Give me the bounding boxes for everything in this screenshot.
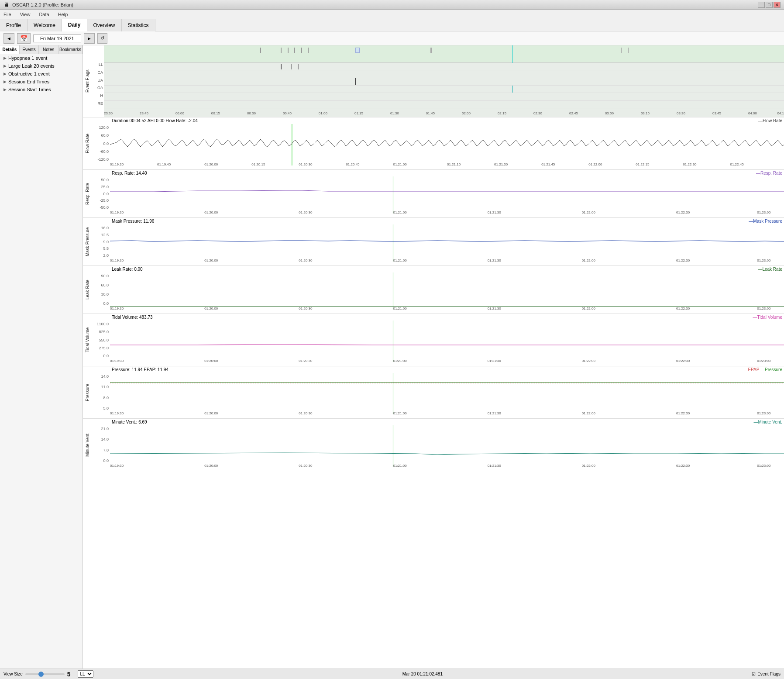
row-label-re: RE (92, 100, 103, 107)
flow-rate-tick-0: 0.0 (92, 141, 109, 146)
maximize-button[interactable]: □ (766, 2, 773, 8)
minute-vent-tick-21: 21.0 (92, 427, 109, 431)
pressure-info: Pressure: 11.94 EPAP: 11.94 (112, 367, 168, 372)
event-flags-y-label: Event Flags (83, 45, 92, 117)
svg-text:04:15: 04:15 (777, 111, 784, 115)
sidebar-tab-notes[interactable]: Notes (39, 45, 58, 54)
svg-text:01:20:30: 01:20:30 (299, 359, 313, 362)
minute-vent-header: Minute Vent.: 6.69 —Minute Vent. (110, 419, 784, 425)
sidebar-item-obstructive[interactable]: ▶ Obstructive 1 event (0, 70, 83, 78)
flow-rate-y-label: Flow Rate (83, 117, 92, 169)
resp-rate-svg: 01:19:30 01:20:00 01:20:30 01:21:00 01:2… (110, 176, 784, 214)
sidebar-item-hypopnea[interactable]: ▶ Hypopnea 1 event (0, 54, 83, 62)
svg-text:01:22:00: 01:22:00 (582, 411, 596, 414)
nav-bar: Profile Welcome Daily Overview Statistic… (0, 19, 784, 31)
row-label-ll: LL (92, 61, 103, 69)
sidebar-tab-bookmarks[interactable]: Bookmarks (58, 45, 83, 54)
svg-text:02:00: 02:00 (462, 111, 471, 115)
svg-text:01:22:00: 01:22:00 (582, 210, 596, 214)
svg-text:01:21:00: 01:21:00 (393, 210, 407, 214)
slider-thumb[interactable] (38, 672, 44, 677)
mask-pressure-tick-9: 9.0 (92, 240, 109, 244)
epap-legend: —EPAP (743, 367, 759, 372)
row-label-oa: OA (92, 84, 103, 92)
svg-text:01:22:30: 01:22:30 (683, 162, 697, 165)
svg-text:03:45: 03:45 (712, 111, 722, 115)
leak-rate-section: Leak Rate 90.0 60.0 30.0 0.0 Leak Rate: … (83, 266, 784, 314)
pressure-section: Pressure 14.0 11.0 8.0 5.0 Pressure: 11.… (83, 366, 784, 419)
svg-text:00:15: 00:15 (211, 111, 220, 115)
menu-view[interactable]: View (18, 11, 32, 18)
flow-rate-tick-120: 120.0 (92, 125, 109, 130)
event-overview-bar (104, 45, 784, 63)
resp-rate-y-ticks: 50.0 25.0 0.0 -25.0 -50.0 (92, 170, 110, 217)
ll-event-2 (291, 64, 292, 69)
svg-text:01:20:00: 01:20:00 (204, 307, 218, 310)
sidebar-tab-details[interactable]: Details (0, 45, 20, 54)
event-marker-9 (628, 48, 629, 53)
event-marker-8 (621, 48, 622, 53)
svg-text:01:22:15: 01:22:15 (636, 162, 650, 165)
ca-row (104, 70, 784, 78)
pressure-tick-11: 11.0 (92, 385, 109, 389)
svg-text:01:20:00: 01:20:00 (204, 464, 218, 467)
view-size-slider[interactable] (25, 673, 65, 675)
svg-text:01:22:00: 01:22:00 (582, 307, 596, 310)
svg-text:01:22:30: 01:22:30 (676, 210, 690, 214)
ll-event-1 (281, 64, 282, 69)
svg-text:01:21:00: 01:21:00 (393, 359, 407, 362)
view-size-label: View Size (3, 672, 23, 676)
resp-rate-header: Resp. Rate: 14.40 —Resp. Rate (110, 170, 784, 176)
sidebar-item-session-start[interactable]: ▶ Session Start Times (0, 86, 83, 93)
svg-text:01:20:30: 01:20:30 (299, 259, 313, 262)
leak-rate-y-label: Leak Rate (83, 266, 92, 314)
sidebar-tab-events[interactable]: Events (20, 45, 39, 54)
menu-help[interactable]: Help (56, 11, 70, 18)
forward-button[interactable]: ► (84, 33, 95, 44)
svg-text:01:23:00: 01:23:00 (757, 307, 771, 310)
svg-text:03:15: 03:15 (641, 111, 650, 115)
svg-text:01:21:00: 01:21:00 (393, 464, 407, 467)
minute-vent-info: Minute Vent.: 6.69 (112, 420, 147, 424)
view-size-area: View Size 5 (3, 671, 71, 678)
menu-file[interactable]: File (2, 11, 13, 18)
event-flags-btn-area[interactable]: ☑ Event Flags (752, 672, 781, 676)
main-content: Details Events Notes Bookmarks ▶ Hypopne… (0, 45, 784, 669)
tab-profile[interactable]: Profile (0, 19, 28, 31)
event-flags-button-label: Event Flags (757, 672, 781, 676)
svg-text:01:21:30: 01:21:30 (488, 464, 502, 467)
tab-statistics[interactable]: Statistics (122, 19, 155, 31)
minimize-button[interactable]: ─ (758, 2, 765, 8)
svg-text:01:22:30: 01:22:30 (676, 259, 690, 262)
tab-daily[interactable]: Daily (62, 19, 87, 31)
ua-marker (355, 78, 356, 85)
event-flags-canvas: 23:30 23:45 00:00 00:15 00:30 00:45 01:0… (104, 45, 784, 117)
sidebar-item-session-end[interactable]: ▶ Session End Times (0, 78, 83, 86)
sidebar-events-list: ▶ Hypopnea 1 event ▶ Large Leak 20 event… (0, 54, 83, 93)
svg-text:01:23:00: 01:23:00 (757, 359, 771, 362)
leak-rate-tick-30: 30.0 (92, 292, 109, 296)
tab-overview[interactable]: Overview (87, 19, 122, 31)
calendar-icon[interactable]: 📅 (17, 33, 31, 44)
window-controls[interactable]: ─ □ ✕ (758, 2, 781, 8)
svg-text:03:00: 03:00 (605, 111, 614, 115)
sidebar-item-large-leak[interactable]: ▶ Large Leak 20 events (0, 62, 83, 70)
close-button[interactable]: ✕ (774, 2, 781, 8)
svg-text:01:19:30: 01:19:30 (110, 464, 124, 467)
svg-text:01:20:00: 01:20:00 (204, 359, 218, 362)
mask-pressure-chart: Mask Pressure: 11.96 —Mask Pressure 01:1… (110, 218, 784, 265)
ll-dropdown[interactable]: LL (78, 670, 93, 678)
refresh-button[interactable]: ↺ (97, 33, 107, 44)
tidal-volume-legend: —Tidal Volume (753, 315, 782, 320)
ll-row (104, 63, 784, 70)
mask-pressure-svg: 01:19:30 01:20:00 01:20:30 01:21:00 01:2… (110, 224, 784, 262)
tab-welcome[interactable]: Welcome (28, 19, 62, 31)
mask-pressure-legend: —Mask Pressure (749, 219, 782, 224)
expand-icon-hypopnea: ▶ (3, 56, 7, 60)
menu-data[interactable]: Data (37, 11, 51, 18)
minute-vent-svg: 01:19:30 01:20:00 01:20:30 01:21:00 01:2… (110, 425, 784, 467)
mask-pressure-info: Mask Pressure: 11.96 (112, 219, 154, 224)
pressure-header: Pressure: 11.94 EPAP: 11.94 —EPAP —Press… (110, 366, 784, 373)
back-button[interactable]: ◄ (3, 33, 14, 44)
pressure-y-label: Pressure (83, 366, 92, 418)
